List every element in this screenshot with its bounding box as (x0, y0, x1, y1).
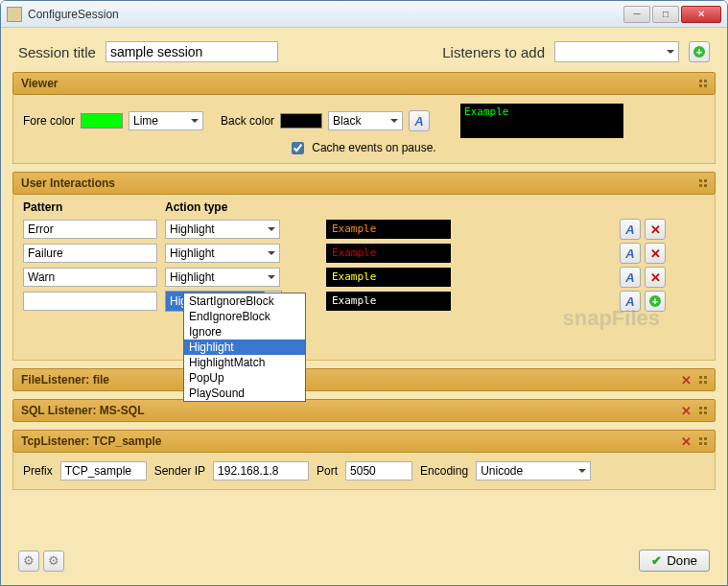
interactions-header-label: User Interactions (21, 176, 115, 190)
tcp-listener-label: TcpListener: TCP_sample (21, 434, 161, 448)
cache-label: Cache events on pause. (312, 141, 435, 154)
pattern-input[interactable] (23, 244, 157, 263)
viewer-header[interactable]: Viewer (12, 72, 716, 95)
viewer-preview: Example (460, 104, 623, 138)
app-icon (7, 7, 22, 22)
delete-button[interactable]: ✕ (645, 267, 666, 288)
window-title: ConfigureSession (28, 8, 623, 21)
client-area: Session title Listeners to add + Viewer … (1, 28, 727, 585)
settings-button-1[interactable]: ⚙ (18, 551, 39, 572)
font-icon: A (625, 270, 634, 285)
done-label: Done (667, 553, 697, 568)
port-label: Port (317, 464, 338, 478)
sql-listener-label: SQL Listener: MS-SQL (21, 404, 144, 417)
plus-icon: + (693, 46, 705, 58)
maximize-button[interactable]: □ (652, 6, 679, 23)
fore-color-combo[interactable]: Lime (129, 111, 203, 130)
sql-listener-panel: SQL Listener: MS-SQL ✕ (12, 399, 716, 422)
interactions-header[interactable]: User Interactions (12, 172, 716, 195)
example-preview: Example (326, 268, 451, 287)
font-icon: A (625, 294, 634, 309)
x-icon: ✕ (650, 270, 661, 285)
encoding-label: Encoding (420, 464, 468, 478)
tcp-listener-panel: TcpListener: TCP_sample ✕ Prefix Sender … (12, 430, 716, 490)
font-button[interactable]: A (409, 110, 430, 131)
done-button[interactable]: ✔ Done (639, 550, 710, 572)
encoding-combo[interactable]: Unicode (476, 461, 591, 481)
cache-checkbox[interactable] (292, 142, 304, 154)
grip-icon (699, 80, 707, 87)
pattern-input[interactable] (23, 220, 157, 239)
sender-ip-input[interactable] (213, 461, 309, 481)
fore-color-label: Fore color (23, 114, 75, 128)
dropdown-option[interactable]: HighlightMatch (184, 355, 305, 370)
port-input[interactable] (345, 461, 412, 481)
close-button[interactable]: ✕ (681, 6, 721, 23)
session-title-input[interactable] (106, 41, 278, 62)
delete-button[interactable]: ✕ (645, 219, 666, 240)
settings-button-2[interactable]: ⚙ (43, 551, 64, 572)
gear-icon: ⚙ (23, 553, 35, 568)
add-row-button[interactable]: + (645, 291, 666, 312)
pattern-input[interactable] (23, 268, 157, 287)
gear-icon: ⚙ (48, 553, 59, 568)
dropdown-option[interactable]: Ignore (184, 324, 305, 340)
dropdown-option[interactable]: PopUp (184, 370, 305, 386)
viewer-panel: Viewer Fore color Lime Back color Black … (12, 72, 716, 164)
session-title-label: Session title (18, 44, 96, 60)
sender-ip-label: Sender IP (154, 464, 205, 478)
back-color-label: Back color (221, 114, 274, 128)
action-combo[interactable]: Highlight (165, 244, 280, 263)
font-button[interactable]: A (620, 219, 641, 240)
sql-listener-header[interactable]: SQL Listener: MS-SQL ✕ (12, 399, 716, 422)
font-button[interactable]: A (620, 267, 641, 288)
dropdown-option[interactable]: StartIgnoreBlock (184, 293, 305, 309)
dropdown-option[interactable]: PlaySound (184, 386, 305, 401)
delete-button[interactable]: ✕ (645, 243, 666, 264)
tcp-listener-header[interactable]: TcpListener: TCP_sample ✕ (12, 430, 716, 453)
prefix-input[interactable] (60, 461, 147, 481)
plus-icon: + (649, 295, 661, 307)
font-icon: A (414, 114, 423, 129)
example-preview: Example (326, 220, 451, 239)
grip-icon (699, 376, 707, 384)
file-listener-label: FileListener: file (21, 373, 109, 387)
font-icon: A (625, 223, 634, 237)
example-preview: Example (326, 292, 451, 311)
grip-icon (699, 437, 707, 445)
back-color-swatch[interactable] (280, 113, 322, 129)
prefix-label: Prefix (23, 464, 53, 478)
back-color-combo[interactable]: Black (328, 111, 403, 130)
file-listener-header[interactable]: FileListener: file ✕ (12, 368, 716, 391)
pattern-column-header: Pattern (23, 200, 157, 216)
dropdown-option[interactable]: Highlight (184, 340, 305, 355)
add-listener-button[interactable]: + (689, 41, 710, 62)
remove-listener-icon[interactable]: ✕ (681, 434, 692, 449)
grip-icon (699, 179, 707, 187)
fore-color-swatch[interactable] (81, 113, 123, 129)
check-icon: ✔ (651, 553, 662, 568)
action-dropdown-list[interactable]: StartIgnoreBlock EndIgnoreBlock Ignore H… (183, 293, 306, 402)
listeners-label: Listeners to add (442, 44, 545, 60)
interactions-panel: User Interactions Pattern Action type Hi… (12, 172, 716, 361)
font-icon: A (625, 246, 634, 261)
titlebar[interactable]: ConfigureSession ─ □ ✕ (1, 1, 727, 28)
minimize-button[interactable]: ─ (623, 6, 650, 23)
action-combo[interactable]: Highlight (165, 268, 280, 287)
font-button[interactable]: A (620, 243, 641, 264)
window-frame: ConfigureSession ─ □ ✕ Session title Lis… (0, 0, 728, 586)
pattern-input-new[interactable] (23, 292, 157, 311)
x-icon: ✕ (650, 246, 661, 261)
action-column-header: Action type (165, 200, 318, 216)
remove-listener-icon[interactable]: ✕ (681, 404, 692, 418)
listeners-combo[interactable] (554, 41, 679, 62)
grip-icon (699, 407, 707, 414)
action-combo[interactable]: Highlight (165, 220, 280, 239)
remove-listener-icon[interactable]: ✕ (681, 373, 692, 387)
dropdown-option[interactable]: EndIgnoreBlock (184, 309, 305, 324)
x-icon: ✕ (650, 223, 661, 237)
file-listener-panel: FileListener: file ✕ (12, 368, 716, 391)
font-button[interactable]: A (620, 291, 641, 312)
example-preview: Example (326, 244, 451, 263)
viewer-header-label: Viewer (21, 77, 58, 90)
